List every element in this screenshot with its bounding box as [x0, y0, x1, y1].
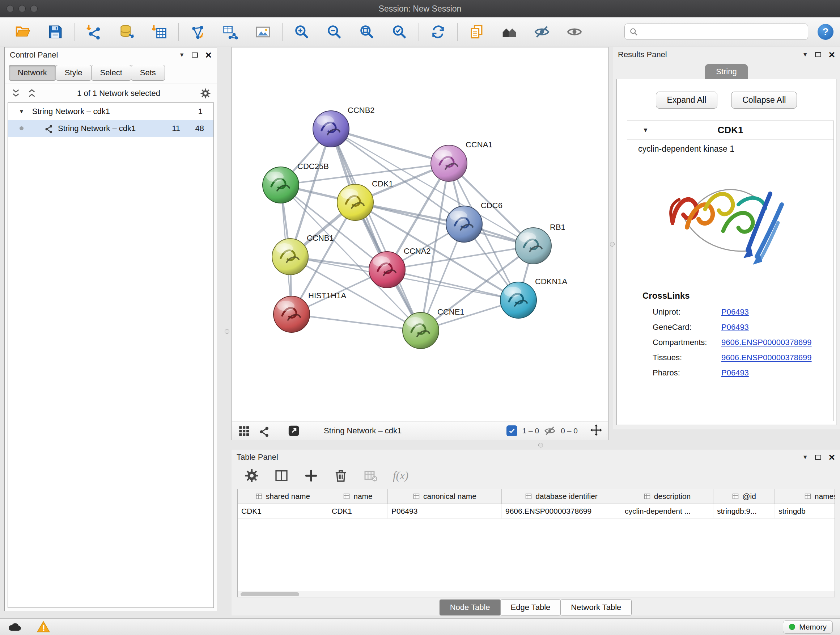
left-splitter-handle[interactable]	[225, 329, 229, 334]
help-button[interactable]: ?	[818, 24, 834, 40]
window-zoom-button[interactable]	[30, 5, 38, 12]
column-header-name[interactable]: name	[328, 489, 388, 504]
column-header-namespace[interactable]: namespace	[775, 489, 835, 504]
bottom-splitter-handle[interactable]	[538, 443, 543, 448]
crosslink-link[interactable]: 9606.ENSP00000378699	[722, 338, 812, 347]
table-cell[interactable]: stringdb	[775, 504, 835, 518]
open-session-button[interactable]	[13, 22, 33, 42]
network-node-cdc6[interactable]	[446, 206, 482, 242]
tab-network-table[interactable]: Network Table	[561, 600, 632, 616]
expand-all-button[interactable]: Expand All	[656, 92, 718, 109]
search-input[interactable]	[641, 27, 804, 36]
zoom-selected-button[interactable]	[390, 22, 409, 42]
network-node-ccne1[interactable]	[403, 312, 439, 348]
table-cell[interactable]: cyclin-dependent ...	[621, 504, 714, 518]
column-header-description[interactable]: description	[621, 489, 714, 504]
crosslink-link[interactable]: P06493	[722, 307, 749, 317]
network-collection-row[interactable]: ▼ String Network – cdk1 1	[8, 103, 213, 120]
ghost-nodes-button[interactable]	[500, 22, 519, 42]
network-edge[interactable]	[292, 314, 421, 331]
panel-close-icon[interactable]: ×	[205, 51, 212, 59]
network-from-selection-button[interactable]	[188, 22, 208, 42]
export-image-button[interactable]	[253, 22, 273, 42]
panel-close-icon[interactable]: ×	[829, 454, 835, 461]
refresh-view-button[interactable]	[428, 22, 448, 42]
panel-close-icon[interactable]: ×	[829, 51, 835, 58]
expand-all-icon[interactable]	[27, 88, 37, 99]
panel-float-icon[interactable]	[815, 52, 821, 57]
crosslink-link[interactable]: 9606.ENSP00000378699	[722, 353, 812, 363]
horizontal-scrollbar[interactable]	[238, 591, 835, 597]
panel-menu-icon[interactable]: ▼	[802, 51, 808, 58]
import-table-file-button[interactable]	[149, 22, 169, 42]
table-cell[interactable]: 9606.ENSP00000378699	[502, 504, 621, 518]
network-node-cdc25b[interactable]	[263, 167, 299, 203]
crosslink-link[interactable]: P06493	[722, 368, 749, 378]
network-edge[interactable]	[331, 129, 421, 331]
network-node-ccnb2[interactable]	[313, 111, 349, 147]
network-edge[interactable]	[387, 270, 518, 300]
network-canvas[interactable]: CCNB2CCNA1CDC25BCDK1CDC6RB1CCNB1CCNA2CDK…	[232, 48, 608, 421]
network-node-ccna2[interactable]	[369, 252, 405, 288]
tab-string[interactable]: String	[705, 64, 748, 79]
hide-selected-button[interactable]	[532, 22, 552, 42]
tab-style[interactable]: Style	[56, 65, 92, 81]
network-node-hist1h1a[interactable]	[273, 296, 309, 333]
tab-edge-table[interactable]: Edge Table	[500, 600, 561, 616]
import-network-file-button[interactable]	[84, 22, 104, 42]
pan-tool-button[interactable]	[590, 424, 602, 438]
column-header-database-identifier[interactable]: database identifier	[502, 489, 621, 504]
zoom-in-button[interactable]	[292, 22, 311, 42]
network-node-ccnb1[interactable]	[272, 239, 308, 275]
tab-network[interactable]: Network	[9, 65, 56, 81]
zoom-out-button[interactable]	[325, 22, 344, 42]
table-row[interactable]: CDK1CDK1P064939606.ENSP00000378699cyclin…	[238, 504, 835, 519]
create-column-icon[interactable]	[304, 469, 318, 483]
network-node-rb1[interactable]	[515, 228, 551, 264]
tree-expand-icon[interactable]: ▼	[19, 108, 24, 114]
save-session-button[interactable]	[46, 22, 65, 42]
gear-icon[interactable]	[200, 88, 211, 99]
column-header--id[interactable]: @id	[714, 489, 775, 504]
collapse-section-icon[interactable]: ▼	[643, 127, 649, 134]
column-header-canonical-name[interactable]: canonical name	[388, 489, 502, 504]
import-network-database-button[interactable]	[117, 22, 136, 42]
column-header-shared-name[interactable]: shared name	[238, 489, 328, 504]
show-columns-icon[interactable]	[274, 469, 289, 483]
zoom-fit-button[interactable]	[357, 22, 377, 42]
selected-nodes-checkbox[interactable]	[507, 425, 517, 436]
memory-button[interactable]: Memory	[783, 621, 833, 633]
panel-float-icon[interactable]	[815, 455, 821, 460]
network-node-ccna1[interactable]	[431, 145, 467, 181]
network-and-table-button[interactable]	[221, 22, 240, 42]
collapse-all-icon[interactable]	[11, 88, 21, 99]
birdseye-view-button[interactable]	[258, 424, 270, 437]
gene-section-header[interactable]: ▼ CDK1	[627, 121, 834, 140]
panel-menu-icon[interactable]: ▼	[179, 52, 185, 58]
panel-float-icon[interactable]	[192, 52, 198, 57]
scrollbar-thumb[interactable]	[240, 592, 299, 596]
tab-sets[interactable]: Sets	[131, 65, 165, 81]
network-node-cdkn1a[interactable]	[500, 282, 537, 318]
delete-column-icon[interactable]	[333, 469, 348, 483]
right-splitter-handle[interactable]	[610, 242, 615, 247]
window-minimize-button[interactable]	[19, 5, 26, 12]
panel-menu-icon[interactable]: ▼	[802, 454, 808, 461]
cloud-icon[interactable]	[7, 620, 22, 634]
network-edge[interactable]	[355, 203, 533, 246]
warning-icon[interactable]	[36, 620, 51, 634]
network-row[interactable]: String Network – cdk1 11 48	[8, 120, 213, 137]
window-close-button[interactable]	[6, 5, 14, 12]
table-cell[interactable]: P06493	[388, 504, 502, 518]
table-cell[interactable]: CDK1	[238, 504, 328, 518]
network-node-cdk1[interactable]	[337, 184, 373, 220]
tab-node-table[interactable]: Node Table	[439, 600, 501, 616]
search-box[interactable]	[624, 24, 808, 40]
table-settings-gear-icon[interactable]	[245, 469, 259, 483]
table-cell[interactable]: stringdb:9...	[714, 504, 775, 518]
crosslink-link[interactable]: P06493	[722, 323, 749, 332]
collapse-all-button[interactable]: Collapse All	[731, 92, 797, 109]
grid-view-button[interactable]	[238, 424, 250, 437]
function-builder-button[interactable]: f(x)	[393, 469, 409, 482]
detach-view-button[interactable]	[287, 424, 300, 437]
